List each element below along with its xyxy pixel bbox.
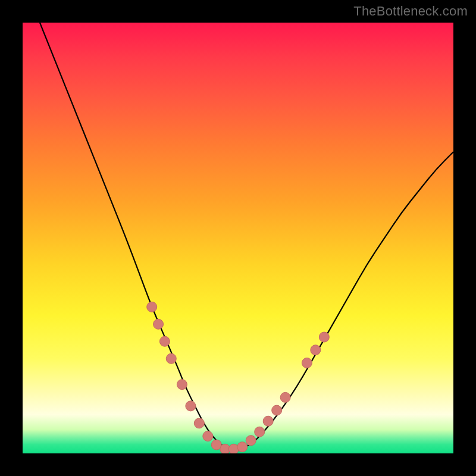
- curve-marker: [147, 302, 157, 312]
- curve-marker: [203, 431, 213, 441]
- curve-marker: [194, 418, 204, 428]
- curve-marker: [302, 358, 312, 368]
- curve-marker: [186, 401, 196, 411]
- curve-marker: [280, 392, 290, 402]
- curve-path: [40, 23, 453, 449]
- bottleneck-curve: [40, 23, 453, 449]
- curve-marker: [177, 380, 187, 390]
- curve-marker: [159, 336, 170, 346]
- curve-marker: [311, 345, 321, 355]
- curve-marker: [263, 416, 273, 426]
- plot-area: [23, 23, 453, 453]
- curve-marker: [272, 405, 282, 415]
- curve-layer: [23, 23, 453, 453]
- curve-marker: [246, 436, 256, 446]
- curve-marker: [154, 319, 164, 329]
- curve-marker: [319, 332, 329, 342]
- curve-marker: [166, 353, 176, 364]
- curve-marker: [255, 427, 265, 437]
- curve-marker: [237, 442, 248, 452]
- watermark-text: TheBottleneck.com: [353, 4, 468, 19]
- chart-frame: TheBottleneck.com: [0, 0, 476, 476]
